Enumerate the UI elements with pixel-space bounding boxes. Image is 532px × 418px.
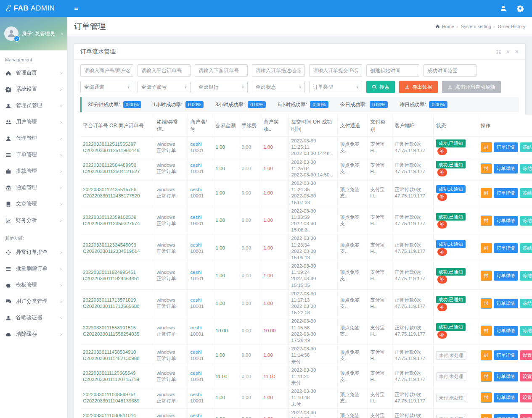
breadcrumb-home[interactable]: Home: [442, 24, 454, 29]
sidebar-item-google-authenticator[interactable]: 谷歌验证器: [0, 310, 67, 326]
patch-badge[interactable]: 补: [437, 276, 447, 284]
sidebar-item-user-manage[interactable]: 用户管理: [0, 114, 67, 130]
seal-order-button[interactable]: 封: [481, 188, 492, 198]
filter-input-6[interactable]: [423, 64, 476, 77]
freeze-order-button[interactable]: 冻结订单: [520, 271, 532, 281]
seal-order-button[interactable]: 封: [481, 298, 492, 309]
merchant-name-link[interactable]: ceshi: [191, 370, 210, 376]
filter-input-1[interactable]: [138, 64, 191, 77]
sidebar-item-finance-analysis[interactable]: 财务分析: [0, 212, 67, 229]
pay-count: 正常付款0次: [395, 214, 431, 221]
gear-icon[interactable]: [517, 5, 524, 12]
set-paid-button[interactable]: 设置为已支付: [520, 393, 532, 402]
freeze-order-button[interactable]: 冻结订单: [520, 299, 532, 308]
merchant-name-link[interactable]: ceshi: [191, 162, 210, 168]
seal-order-button[interactable]: 封: [481, 350, 492, 360]
sidebar-item-withdraw-manage[interactable]: 提款管理: [0, 163, 67, 179]
sidebar-item-batch-delete-orders[interactable]: 批量删除订单: [0, 260, 67, 277]
sidebar-item-admin-manage[interactable]: 管理员管理: [0, 97, 67, 114]
trade-amount: 1.00: [213, 345, 239, 366]
freeze-order-button[interactable]: 冻结订单: [520, 142, 532, 152]
freeze-order-button[interactable]: 冻结订单: [520, 326, 532, 336]
order-detail-button[interactable]: 订单详情: [494, 271, 518, 281]
filter-select-4[interactable]: 订单类型 ▾: [309, 81, 362, 93]
order-detail-button[interactable]: 订单详情: [494, 164, 518, 174]
merchant-name-link[interactable]: ceshi: [191, 413, 210, 418]
merchant-name-link[interactable]: ceshi: [191, 141, 210, 147]
sidebar-item-channel-manage[interactable]: 通道管理: [0, 179, 67, 196]
set-paid-button[interactable]: 设置为已支付: [520, 350, 532, 360]
seal-order-button[interactable]: 封: [481, 271, 492, 281]
user-icon[interactable]: [500, 5, 507, 12]
sidebar-toggle-icon[interactable]: ≡: [67, 5, 85, 12]
merchant-name-link[interactable]: ceshi: [191, 392, 210, 398]
sidebar-item-clear-cache[interactable]: 清除缓存: [0, 326, 67, 342]
filter-input-2[interactable]: [195, 64, 248, 77]
merchant-name-link[interactable]: ceshi: [191, 242, 210, 248]
filter-select-3[interactable]: 全部状态 ▾: [252, 81, 305, 93]
merchant-name-link[interactable]: ceshi: [191, 214, 210, 221]
patch-badge[interactable]: 补: [437, 221, 447, 229]
merchant-name-link[interactable]: ceshi: [191, 187, 210, 193]
sidebar-item-user-category-manage[interactable]: 用户分类管理: [0, 293, 67, 310]
freeze-order-button[interactable]: 冻结订单: [520, 243, 532, 253]
filter-select-0[interactable]: 全部通道 ▾: [80, 81, 133, 93]
merchant-name-link[interactable]: ceshi: [191, 297, 210, 303]
freeze-order-button[interactable]: 冻结订单: [520, 216, 532, 226]
collapse-icon[interactable]: ∧: [506, 49, 510, 55]
merchant-name-link[interactable]: ceshi: [191, 325, 210, 331]
seal-order-button[interactable]: 封: [481, 163, 492, 174]
seal-order-button[interactable]: 封: [481, 243, 492, 253]
seal-order-button[interactable]: 封: [481, 142, 492, 152]
seal-order-button[interactable]: 封: [481, 216, 492, 226]
order-detail-button[interactable]: 订单详情: [494, 414, 518, 418]
seal-order-button[interactable]: 封: [481, 414, 492, 418]
export-data-button[interactable]: 导出数据: [399, 81, 438, 93]
sidebar-item-admin-home[interactable]: 管理首页: [0, 65, 67, 81]
sidebar-item-article-manage[interactable]: 文章管理: [0, 196, 67, 212]
breadcrumb-system-setting[interactable]: System setting: [456, 24, 491, 29]
merchant-name-link[interactable]: ceshi: [191, 349, 210, 355]
patch-badge[interactable]: 补: [437, 303, 447, 311]
patch-badge[interactable]: 补: [437, 193, 447, 201]
order-detail-button[interactable]: 订单详情: [494, 216, 518, 226]
freeze-order-button[interactable]: 冻结订单: [520, 164, 532, 174]
order-detail-button[interactable]: 订单详情: [494, 243, 518, 253]
patch-badge[interactable]: 补: [437, 248, 447, 256]
user-panel[interactable]: ✓ 身份: 总管理员 ›: [0, 17, 67, 50]
sidebar-item-agent-manage[interactable]: 代理管理: [0, 130, 67, 147]
order-detail-button[interactable]: 订单详情: [494, 393, 518, 402]
order-detail-button[interactable]: 订单详情: [494, 372, 518, 381]
order-detail-button[interactable]: 订单详情: [494, 350, 518, 360]
sidebar-item-system-settings[interactable]: 系统设置: [0, 81, 67, 97]
freeze-order-button[interactable]: 冻结订单: [520, 188, 532, 198]
search-button[interactable]: 搜索: [366, 81, 395, 93]
set-paid-button[interactable]: 设置为已支付: [520, 414, 532, 418]
sidebar-item-order-manage[interactable]: 订单管理: [0, 147, 67, 163]
filter-input-5[interactable]: [366, 64, 419, 77]
sidebar-item-abnormal-order-check[interactable]: 异常订单排查: [0, 244, 67, 260]
order-detail-button[interactable]: 订单详情: [494, 142, 518, 152]
patch-badge[interactable]: 补: [437, 147, 447, 155]
merchant-name-link[interactable]: ceshi: [191, 269, 210, 276]
expand-icon[interactable]: [496, 49, 501, 55]
filter-input-0[interactable]: [80, 64, 133, 77]
order-detail-button[interactable]: 订单详情: [494, 326, 518, 336]
filter-select-2[interactable]: 全部银行 ▾: [195, 81, 248, 93]
patch-badge[interactable]: 补: [437, 168, 447, 176]
seal-order-button[interactable]: 封: [481, 326, 492, 336]
set-paid-button[interactable]: 设置为已支付: [520, 372, 532, 381]
patch-badge[interactable]: 补: [437, 331, 447, 339]
auto-refresh-button[interactable]: 点击开启自动刷新: [442, 81, 501, 93]
sidebar-item-template-manage[interactable]: 模板管理: [0, 277, 67, 293]
filter-input-4[interactable]: [309, 64, 362, 77]
seal-order-button[interactable]: 封: [481, 371, 492, 382]
close-icon[interactable]: ✕: [515, 49, 519, 55]
filter-input-3[interactable]: [252, 64, 305, 77]
seal-order-button[interactable]: 封: [481, 392, 492, 403]
order-detail-button[interactable]: 订单详情: [494, 188, 518, 198]
filter-select-1[interactable]: 全部子账号 ▾: [138, 81, 191, 93]
order-detail-button[interactable]: 订单详情: [494, 299, 518, 308]
row-actions: 封订单详情设置为已支付: [478, 387, 532, 409]
app-logo[interactable]: ℰ FAB ADMIN: [0, 0, 67, 17]
